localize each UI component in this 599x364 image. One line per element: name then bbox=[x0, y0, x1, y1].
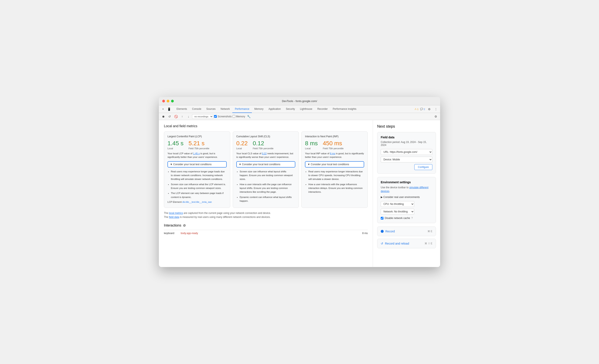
cursor-icon[interactable]: ⌖ bbox=[160, 107, 166, 112]
window-title: DevTools - fonts.google.com/ bbox=[282, 99, 317, 103]
minimize-button[interactable] bbox=[167, 100, 169, 102]
tab-network[interactable]: Network bbox=[218, 105, 232, 113]
close-button[interactable] bbox=[162, 100, 165, 102]
lcp-element: LCP Element div.tile__text.tile__inria_s… bbox=[167, 201, 227, 203]
lcp-local-block: 1.45 s Local bbox=[167, 140, 184, 150]
inp-field-label: Field 75th percentile bbox=[323, 147, 344, 150]
network-dropdown-row: Network: No throttling Network: Fast 3G … bbox=[381, 209, 432, 214]
record-dot-icon bbox=[381, 230, 384, 233]
info-icon: 💬 bbox=[420, 108, 423, 110]
disable-cache-label: Disable network cache bbox=[385, 217, 410, 220]
download-button[interactable]: ↓ bbox=[186, 114, 191, 119]
record-reload-button[interactable]: ↺ Record and reload bbox=[381, 242, 409, 245]
screenshots-label: Screenshots bbox=[218, 115, 232, 118]
section-title: Local and field metrics bbox=[164, 124, 368, 128]
tab-elements[interactable]: Elements bbox=[174, 105, 190, 113]
tab-sources[interactable]: Sources bbox=[204, 105, 218, 113]
screenshots-checkbox-label: Screenshots bbox=[214, 115, 232, 118]
device-select[interactable]: Device: Mobile bbox=[381, 157, 432, 162]
settings-icon[interactable]: ⚙ bbox=[427, 107, 432, 112]
memory-checkbox[interactable] bbox=[233, 115, 235, 118]
inp-consider-btn[interactable]: ▼ Consider your local test conditions bbox=[305, 161, 364, 168]
record-shortcut: ⌘ E bbox=[428, 230, 432, 233]
inp-highlight: 8 ms bbox=[330, 152, 335, 155]
warning-count: 1 bbox=[417, 108, 419, 110]
clear-button[interactable]: 🚫 bbox=[173, 114, 179, 119]
record-label: Record bbox=[385, 230, 395, 233]
lcp-element-value[interactable]: div.tile__text.tile__inria_san bbox=[182, 201, 212, 203]
tab-memory[interactable]: Memory bbox=[252, 105, 266, 113]
interaction-row: keyboard body.app-ready 8 ms bbox=[164, 230, 368, 236]
list-item: Screen size can influence what the LCP e… bbox=[171, 182, 227, 190]
metrics-grid: Largest Contentful Paint (LCP) 1.45 s Lo… bbox=[164, 131, 368, 208]
cls-local-block: 0.22 Local bbox=[236, 140, 248, 150]
recordings-select[interactable]: no recordings bbox=[192, 114, 213, 119]
lcp-local-label: Local bbox=[167, 147, 184, 150]
lcp-consider-label: ▼ Consider your local test conditions bbox=[170, 163, 211, 166]
inp-field-value: 450 ms bbox=[323, 140, 344, 147]
maximize-button[interactable] bbox=[171, 100, 174, 102]
lcp-title: Largest Contentful Paint (LCP) bbox=[167, 135, 227, 138]
record-button[interactable]: ⏺ bbox=[160, 114, 166, 119]
devtools-tab-bar: ⌖ 📱 Elements Console Sources Network Per… bbox=[159, 105, 440, 113]
inp-description: Your local INP value of 8 ms is good, bu… bbox=[305, 152, 364, 159]
inp-card: Interaction to Next Paint (INP) 8 ms Loc… bbox=[301, 131, 368, 208]
field-data-section: Field data Collection period: Aug 19, 20… bbox=[377, 132, 436, 174]
url-select[interactable]: URL: https://fonts.google.com/ bbox=[381, 149, 432, 155]
inp-local-label: Local bbox=[305, 147, 318, 150]
interactions-section: Interactions ⊘ keyboard body.app-ready 8… bbox=[164, 223, 368, 236]
field-data-title: Field data bbox=[381, 136, 432, 139]
list-item: How a user interacts with the page can i… bbox=[240, 182, 296, 194]
local-metrics-link[interactable]: local metrics bbox=[169, 212, 183, 214]
cls-field-value: 0.12 bbox=[253, 140, 273, 147]
list-item: The LCP element can vary between page lo… bbox=[171, 191, 227, 199]
inp-values: 8 ms Local 450 ms Field 75th percentile bbox=[305, 140, 364, 150]
more-icon[interactable]: ⋮ bbox=[433, 107, 439, 112]
tab-performance[interactable]: Performance bbox=[232, 105, 252, 113]
field-data-link[interactable]: field data bbox=[169, 216, 179, 219]
toolbar-settings-icon[interactable]: ⚙ bbox=[433, 114, 439, 119]
tab-console[interactable]: Console bbox=[190, 105, 204, 113]
info-count: 2 bbox=[424, 108, 425, 110]
simulate-devices-link[interactable]: simulate different devices bbox=[381, 186, 428, 193]
device-dropdown-row: Device: Mobile bbox=[381, 157, 432, 162]
lcp-consider-btn[interactable]: ▼ Consider your local test conditions bbox=[167, 161, 227, 168]
record-button[interactable]: Record bbox=[381, 230, 395, 233]
performance-toolbar: ⏺ ↺ 🚫 ↑ ↓ no recordings Screenshots Memo… bbox=[159, 113, 440, 120]
interaction-selector[interactable]: body.app-ready bbox=[181, 232, 362, 235]
lcp-field-block: 5.21 s Field 75th percentile bbox=[188, 140, 209, 150]
reload-button[interactable]: ↺ bbox=[167, 114, 172, 119]
configure-button[interactable]: Configure bbox=[414, 164, 432, 170]
tab-security[interactable]: Security bbox=[283, 105, 297, 113]
tab-icon-group: ⌖ 📱 bbox=[160, 107, 171, 112]
environment-section: Environment settings Use the device tool… bbox=[377, 177, 436, 223]
memory-profile-icon[interactable]: 🔧 bbox=[246, 114, 251, 119]
main-content: Local and field metrics Largest Contentf… bbox=[159, 120, 440, 267]
tab-application[interactable]: Application bbox=[266, 105, 283, 113]
interactions-icon: ⊘ bbox=[183, 223, 186, 227]
titlebar: DevTools - fonts.google.com/ bbox=[159, 97, 440, 105]
cls-description: Your local CLS value of 0.22 needs impro… bbox=[236, 152, 296, 159]
help-icon[interactable]: ? bbox=[411, 217, 413, 220]
next-steps-title: Next steps bbox=[377, 124, 436, 129]
warning-badge[interactable]: ⚠ 1 bbox=[414, 108, 419, 110]
upload-button[interactable]: ↑ bbox=[179, 114, 185, 119]
list-item: Real users may experience longer page lo… bbox=[171, 170, 227, 181]
network-select[interactable]: Network: No throttling Network: Fast 3G … bbox=[381, 209, 414, 214]
disable-cache-checkbox[interactable] bbox=[381, 217, 383, 220]
interaction-time: 8 ms bbox=[362, 232, 368, 235]
lcp-highlight: 1.45 s bbox=[193, 152, 200, 155]
cpu-select[interactable]: CPU: No throttling CPU: 4x slowdown CPU:… bbox=[381, 201, 414, 207]
lcp-field-value: 5.21 s bbox=[188, 140, 209, 147]
info-badge[interactable]: 💬 2 bbox=[420, 108, 425, 110]
interactions-header: Interactions ⊘ bbox=[164, 223, 368, 227]
inp-local-block: 8 ms Local bbox=[305, 140, 318, 150]
lcp-field-label: Field 75th percentile bbox=[188, 147, 209, 150]
cls-consider-btn[interactable]: ▼ Consider your local test conditions bbox=[236, 161, 296, 168]
tab-recorder[interactable]: Recorder bbox=[315, 105, 330, 113]
consider-real-user[interactable]: Consider real user environments bbox=[381, 196, 432, 199]
mobile-icon[interactable]: 📱 bbox=[167, 107, 171, 112]
screenshots-checkbox[interactable] bbox=[214, 115, 217, 118]
tab-performance-insights[interactable]: Performance insights bbox=[330, 105, 359, 113]
tab-lighthouse[interactable]: Lighthouse bbox=[297, 105, 315, 113]
